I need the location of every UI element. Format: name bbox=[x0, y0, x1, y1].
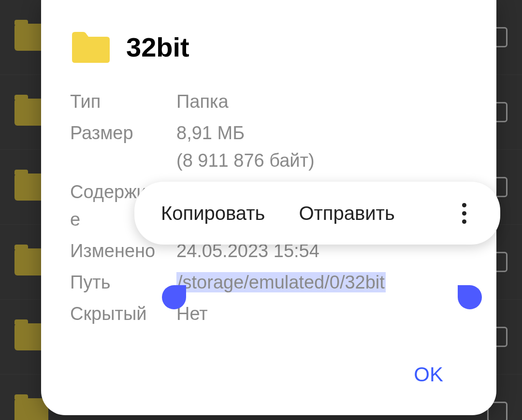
value-size: 8,91 МБ (8 911 876 байт) bbox=[176, 119, 467, 174]
value-hidden: Нет bbox=[176, 300, 467, 328]
copy-button[interactable]: Копировать bbox=[159, 198, 267, 229]
send-button[interactable]: Отправить bbox=[296, 198, 397, 229]
selected-text[interactable]: /storage/emulated/0/32bit bbox=[176, 272, 386, 292]
value-type: Папка bbox=[176, 88, 467, 116]
more-icon bbox=[462, 203, 466, 207]
more-options-button[interactable] bbox=[452, 198, 476, 229]
text-selection-toolbar: Копировать Отправить bbox=[134, 182, 500, 245]
label-size: Размер bbox=[70, 119, 176, 174]
value-path[interactable]: /storage/emulated/0/32bit bbox=[176, 269, 467, 296]
selection-handle-left[interactable] bbox=[162, 285, 186, 309]
dialog-header: 32bit bbox=[70, 30, 467, 64]
label-path: Путь bbox=[70, 269, 176, 296]
label-hidden: Скрытый bbox=[70, 300, 176, 328]
folder-icon bbox=[70, 30, 112, 64]
label-type: Тип bbox=[70, 88, 176, 116]
ok-button[interactable]: OK bbox=[399, 353, 458, 396]
dialog-title: 32bit bbox=[126, 31, 189, 63]
selection-handle-right[interactable] bbox=[458, 285, 482, 309]
